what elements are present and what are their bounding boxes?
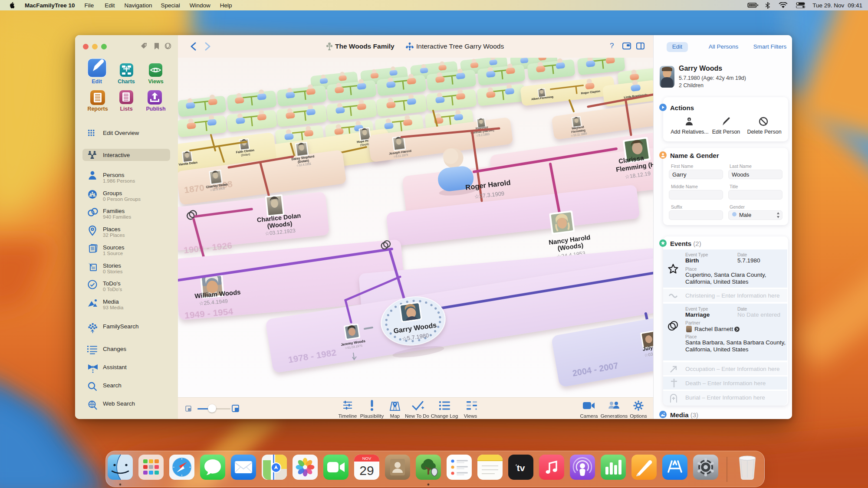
svg-text:29: 29 (359, 463, 374, 478)
svg-text:NOV: NOV (362, 456, 372, 461)
svg-text:tv: tv (517, 463, 525, 473)
